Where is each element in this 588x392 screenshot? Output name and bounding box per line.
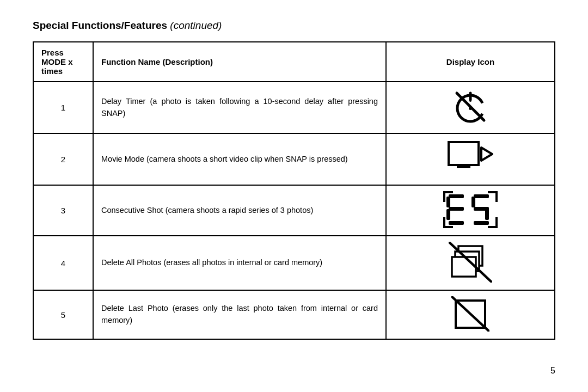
svg-rect-17 <box>474 221 489 225</box>
delete-last-icon <box>451 296 489 332</box>
svg-rect-6 <box>457 165 470 168</box>
svg-point-3 <box>469 107 472 110</box>
header-mode: Press MODE x times <box>33 42 93 82</box>
svg-rect-9 <box>446 197 450 207</box>
svg-rect-10 <box>449 207 464 211</box>
mode-number: 5 <box>33 290 93 339</box>
svg-rect-8 <box>449 194 464 198</box>
page-title: Special Functions/Features (continued) <box>33 20 222 32</box>
svg-rect-16 <box>485 209 489 220</box>
svg-rect-20 <box>452 257 476 277</box>
svg-rect-14 <box>471 197 475 207</box>
svg-rect-11 <box>446 209 450 220</box>
header-icon: Display Icon <box>386 42 555 82</box>
table-row: 2 Movie Mode (camera shoots a short vide… <box>33 133 555 185</box>
icon-cell-movie <box>386 133 555 185</box>
svg-rect-5 <box>449 142 479 165</box>
mode-number: 4 <box>33 236 93 290</box>
function-description: Delete Last Photo (erases only the last … <box>93 290 386 339</box>
mode-number: 2 <box>33 133 93 185</box>
svg-marker-7 <box>481 148 492 161</box>
consecutive-shot-icon <box>443 191 498 228</box>
icon-cell-delete-last <box>386 290 555 339</box>
delete-all-icon <box>449 242 492 283</box>
mode-number: 3 <box>33 185 93 236</box>
icon-cell-delay-timer <box>386 82 555 133</box>
svg-rect-13 <box>474 194 489 198</box>
svg-rect-12 <box>449 221 464 225</box>
icon-cell-consecutive <box>386 185 555 236</box>
icon-cell-delete-all <box>386 236 555 290</box>
table-row: 1 Delay Timer (a photo is taken followin… <box>33 82 555 133</box>
mode-number: 1 <box>33 82 93 133</box>
table-row: 3 Consecutive Shot (camera shoots a rapi… <box>33 185 555 236</box>
delay-timer-icon <box>451 88 489 126</box>
movie-mode-icon <box>446 139 495 177</box>
page-number: 5 <box>550 366 555 376</box>
function-description: Movie Mode (camera shoots a short video … <box>93 133 386 185</box>
function-description: Delay Timer (a photo is taken following … <box>93 82 386 133</box>
function-description: Consecutive Shot (camera shoots a rapid … <box>93 185 386 236</box>
function-description: Delete All Photos (erases all photos in … <box>93 236 386 290</box>
table-row: 4 Delete All Photos (erases all photos i… <box>33 236 555 290</box>
functions-table: Press MODE x times Function Name (Descri… <box>33 41 555 340</box>
header-function: Function Name (Description) <box>93 42 386 82</box>
table-row: 5 Delete Last Photo (erases only the las… <box>33 290 555 339</box>
